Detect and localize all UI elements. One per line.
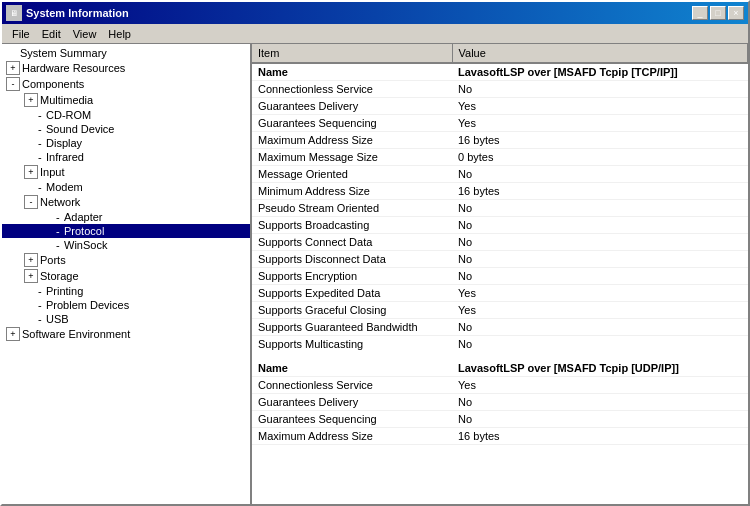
table-row: Maximum Address Size16 bytes [252, 428, 748, 445]
menu-file[interactable]: File [6, 26, 36, 42]
content-area: System Summary + Hardware Resources - Co… [2, 44, 748, 504]
tree-item-cdrom[interactable]: - CD-ROM [2, 108, 250, 122]
tree-item-components[interactable]: - Components [2, 76, 250, 92]
table-cell-item: Supports Connect Data [252, 234, 452, 251]
window-title: System Information [26, 7, 129, 19]
table-cell-value: No [452, 200, 748, 217]
title-bar: 🖥 System Information _ □ × [2, 2, 748, 24]
expander-storage[interactable]: + [24, 269, 38, 283]
table-row: Connectionless ServiceYes [252, 377, 748, 394]
table-cell-item: Connectionless Service [252, 81, 452, 98]
table-row: Maximum Message Size0 bytes [252, 149, 748, 166]
table-cell-value: No [452, 251, 748, 268]
table-cell-value: 0 bytes [452, 149, 748, 166]
tree-item-system-summary[interactable]: System Summary [2, 46, 250, 60]
table-cell-value: No [452, 234, 748, 251]
table-cell-value: No [452, 81, 748, 98]
table-cell-item: Pseudo Stream Oriented [252, 200, 452, 217]
table-row: NameLavasoftLSP over [MSAFD Tcpip [UDP/I… [252, 356, 748, 377]
tree-item-network[interactable]: - Network [2, 194, 250, 210]
right-panel: Item Value NameLavasoftLSP over [MSAFD T… [252, 44, 748, 504]
table-row: Supports Expedited DataYes [252, 285, 748, 302]
tree-item-input[interactable]: + Input [2, 164, 250, 180]
table-row: Minimum Address Size16 bytes [252, 183, 748, 200]
tree-item-adapter[interactable]: - Adapter [2, 210, 250, 224]
table-cell-item: Supports Broadcasting [252, 217, 452, 234]
expander-components[interactable]: - [6, 77, 20, 91]
table-cell-item: Name [252, 63, 452, 81]
table-cell-value: No [452, 217, 748, 234]
menu-help[interactable]: Help [102, 26, 137, 42]
table-row: Supports MulticastingNo [252, 336, 748, 357]
tree-item-sound-device[interactable]: - Sound Device [2, 122, 250, 136]
expander-hardware[interactable]: + [6, 61, 20, 75]
table-cell-item: Guarantees Sequencing [252, 411, 452, 428]
tree-item-ports[interactable]: + Ports [2, 252, 250, 268]
tree-item-usb[interactable]: - USB [2, 312, 250, 326]
tree-item-display[interactable]: - Display [2, 136, 250, 150]
tree-item-infrared[interactable]: - Infrared [2, 150, 250, 164]
close-button[interactable]: × [728, 6, 744, 20]
table-cell-item: Guarantees Delivery [252, 394, 452, 411]
table-container[interactable]: Item Value NameLavasoftLSP over [MSAFD T… [252, 44, 748, 504]
expander-multimedia[interactable]: + [24, 93, 38, 107]
table-row: Supports BroadcastingNo [252, 217, 748, 234]
table-cell-item: Maximum Address Size [252, 132, 452, 149]
table-cell-value: No [452, 394, 748, 411]
table-row: Supports Guaranteed BandwidthNo [252, 319, 748, 336]
col-header-item: Item [252, 44, 452, 63]
tree-item-multimedia[interactable]: + Multimedia [2, 92, 250, 108]
table-cell-value: LavasoftLSP over [MSAFD Tcpip [UDP/IP]] [452, 356, 748, 377]
minimize-button[interactable]: _ [692, 6, 708, 20]
table-row: Supports Disconnect DataNo [252, 251, 748, 268]
table-row: Supports EncryptionNo [252, 268, 748, 285]
title-buttons: _ □ × [692, 6, 744, 20]
table-cell-value: Yes [452, 115, 748, 132]
window-icon: 🖥 [6, 5, 22, 21]
menu-bar: File Edit View Help [2, 24, 748, 44]
tree-item-winsock[interactable]: - WinSock [2, 238, 250, 252]
expander-software[interactable]: + [6, 327, 20, 341]
menu-edit[interactable]: Edit [36, 26, 67, 42]
table-cell-value: 16 bytes [452, 183, 748, 200]
tree-item-problem-devices[interactable]: - Problem Devices [2, 298, 250, 312]
table-row: Connectionless ServiceNo [252, 81, 748, 98]
tree-item-modem[interactable]: - Modem [2, 180, 250, 194]
table-cell-item: Supports Graceful Closing [252, 302, 452, 319]
table-cell-value: Yes [452, 377, 748, 394]
table-cell-item: Supports Guaranteed Bandwidth [252, 319, 452, 336]
main-window: 🖥 System Information _ □ × File Edit Vie… [0, 0, 750, 506]
table-cell-value: No [452, 411, 748, 428]
table-cell-item: Supports Encryption [252, 268, 452, 285]
tree-item-hardware-resources[interactable]: + Hardware Resources [2, 60, 250, 76]
table-cell-item: Supports Disconnect Data [252, 251, 452, 268]
table-row: Guarantees SequencingYes [252, 115, 748, 132]
tree-item-storage[interactable]: + Storage [2, 268, 250, 284]
table-cell-value: No [452, 166, 748, 183]
table-cell-value: No [452, 319, 748, 336]
table-cell-value: Yes [452, 285, 748, 302]
tree-item-software-environment[interactable]: + Software Environment [2, 326, 250, 342]
table-cell-item: Guarantees Sequencing [252, 115, 452, 132]
tree-panel[interactable]: System Summary + Hardware Resources - Co… [2, 44, 252, 504]
table-cell-item: Supports Expedited Data [252, 285, 452, 302]
maximize-button[interactable]: □ [710, 6, 726, 20]
table-cell-value: LavasoftLSP over [MSAFD Tcpip [TCP/IP]] [452, 63, 748, 81]
table-cell-item: Minimum Address Size [252, 183, 452, 200]
table-row: Guarantees SequencingNo [252, 411, 748, 428]
data-table: Item Value NameLavasoftLSP over [MSAFD T… [252, 44, 748, 445]
table-row: Supports Connect DataNo [252, 234, 748, 251]
table-cell-value: 16 bytes [452, 132, 748, 149]
tree-item-protocol[interactable]: - Protocol [2, 224, 250, 238]
tree-item-printing[interactable]: - Printing [2, 284, 250, 298]
table-cell-value: No [452, 268, 748, 285]
menu-view[interactable]: View [67, 26, 103, 42]
expander-ports[interactable]: + [24, 253, 38, 267]
expander-input[interactable]: + [24, 165, 38, 179]
table-cell-item: Connectionless Service [252, 377, 452, 394]
table-row: Message OrientedNo [252, 166, 748, 183]
table-cell-value: Yes [452, 98, 748, 115]
table-cell-item: Name [252, 356, 452, 377]
expander-network[interactable]: - [24, 195, 38, 209]
table-cell-item: Message Oriented [252, 166, 452, 183]
